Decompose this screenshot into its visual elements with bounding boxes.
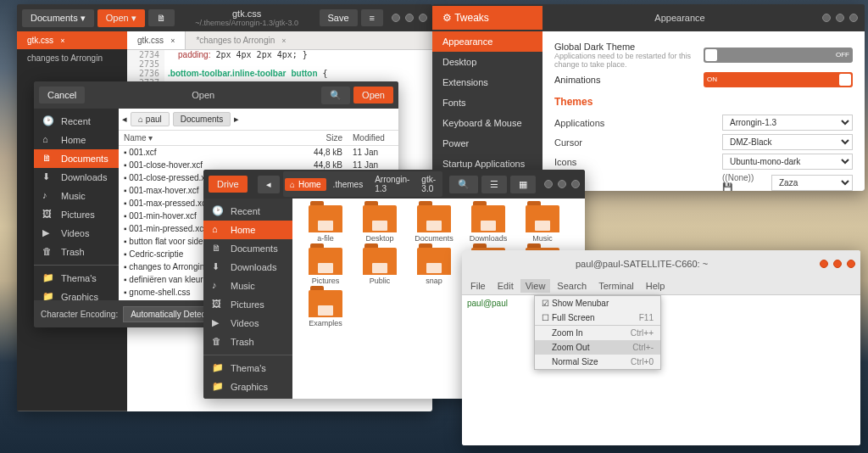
sidebar-item-documents[interactable]: 🗎Documents — [34, 149, 119, 168]
maximize-icon[interactable] — [405, 14, 414, 22]
sidebar-item-thema's[interactable]: 📁Thema's — [203, 359, 292, 378]
sidebar-item-recent[interactable]: 🕑Recent — [203, 202, 292, 221]
close-tab-icon[interactable]: × — [170, 36, 175, 45]
global-dark-toggle[interactable]: OFF — [704, 48, 853, 63]
sidebar-item-videos[interactable]: ▶Videos — [203, 314, 292, 333]
folder-pictures[interactable]: Pictures — [299, 248, 352, 285]
sidebar-item-thema's[interactable]: 📁Thema's — [34, 269, 119, 288]
sidebar-item-music[interactable]: ♪Music — [203, 277, 292, 295]
folder-public[interactable]: Public — [353, 248, 406, 285]
menu-terminal[interactable]: Terminal — [593, 279, 639, 293]
path-seg[interactable]: gtk-3.0 — [416, 173, 441, 195]
menu-zoom-in[interactable]: Zoom InCtrl++ — [535, 326, 660, 340]
animations-toggle[interactable]: ON — [704, 72, 853, 87]
nav-back-icon[interactable]: ◂ — [122, 114, 127, 125]
menu-file[interactable]: File — [465, 279, 491, 293]
file-row[interactable]: ▪ 001.xcf44,8 kB11 Jan — [119, 146, 398, 159]
sidebar-item-trash[interactable]: 🗑Trash — [203, 333, 292, 351]
tweaks-cat-appearance[interactable]: Appearance — [432, 31, 542, 52]
view-list-button[interactable]: ☰ — [481, 176, 507, 193]
view-grid-button[interactable]: ▦ — [510, 176, 536, 193]
terminal-body[interactable]: paul@paul ☑Show Menubar ☐Full ScreenF11 … — [462, 295, 860, 445]
close-icon[interactable] — [419, 14, 427, 22]
path-home[interactable]: ⌂ Home — [285, 178, 326, 191]
col-size[interactable]: Size — [297, 131, 348, 146]
close-icon[interactable] — [847, 260, 855, 268]
menu-normal-size[interactable]: Normal SizeCtrl+0 — [535, 355, 660, 369]
minimize-icon[interactable] — [820, 260, 828, 268]
sidebar-item-documents[interactable]: 🗎Documents — [203, 239, 292, 258]
folder-snap[interactable]: snap — [408, 248, 460, 285]
nav-fwd-icon[interactable]: ▸ — [234, 114, 239, 125]
col-name[interactable]: Name ▾ — [119, 131, 297, 146]
close-icon[interactable] — [571, 180, 580, 188]
tweaks-cat-fonts[interactable]: Fonts — [432, 92, 542, 113]
drive-button[interactable]: Drive — [209, 176, 248, 193]
shell-select[interactable]: Zaza — [771, 175, 853, 191]
sidebar-item-graphics[interactable]: 📁Graphics — [34, 288, 119, 300]
menu-search[interactable]: Search — [552, 279, 592, 293]
cancel-button[interactable]: Cancel — [39, 87, 85, 103]
sidebar-item-graphics[interactable]: 📁Graphics — [203, 378, 292, 396]
menu-show-menubar[interactable]: ☑Show Menubar — [535, 296, 660, 310]
maximize-icon[interactable] — [558, 180, 566, 188]
menu-zoom-out[interactable]: Zoom OutCtrl+- — [535, 340, 660, 355]
path-seg[interactable]: .themes — [328, 178, 369, 191]
editor-tab-gtk[interactable]: gtk.css× — [127, 31, 186, 49]
sidebar-item-ideas[interactable]: 📁Ideas — [203, 396, 292, 399]
sidebar-item-home[interactable]: ⌂Home — [34, 131, 119, 149]
folder-documents[interactable]: Documents — [408, 205, 460, 243]
save-button[interactable]: Save — [320, 9, 358, 26]
maximize-icon[interactable] — [836, 14, 844, 22]
menu-help[interactable]: Help — [641, 279, 670, 293]
sidebar-item-videos[interactable]: ▶Videos — [34, 224, 119, 243]
tweaks-cat-extensions[interactable]: Extensions — [432, 72, 542, 92]
sidebar-item-home[interactable]: ⌂Home — [203, 221, 292, 239]
crumb-documents[interactable]: Documents — [173, 112, 231, 126]
sidebar-item-recent[interactable]: 🕑Recent — [34, 112, 119, 131]
tweaks-cat-keyboard-mouse[interactable]: Keyboard & Mouse — [432, 113, 542, 133]
minimize-icon[interactable] — [544, 180, 553, 188]
sidebar-item-pictures[interactable]: 🖼Pictures — [203, 295, 292, 314]
search-button[interactable]: 🔍 — [321, 87, 350, 104]
folder-desktop[interactable]: Desktop — [353, 205, 406, 243]
path-seg[interactable]: Arrongin-1.3 — [370, 173, 415, 195]
minimize-icon[interactable] — [822, 14, 831, 22]
minimize-icon[interactable] — [392, 14, 400, 22]
applications-select[interactable]: Arrongin-1.3 — [722, 115, 853, 131]
hamburger-menu-button[interactable]: ≡ — [361, 9, 383, 26]
sidebar-item-music[interactable]: ♪Music — [34, 187, 119, 205]
tweaks-cat-desktop[interactable]: Desktop — [432, 52, 542, 72]
tweaks-cat-power[interactable]: Power — [432, 133, 542, 154]
search-button[interactable]: 🔍 — [449, 176, 478, 193]
documents-menu-button[interactable]: Documents ▾ — [22, 9, 94, 27]
crumb-home[interactable]: ⌂ paul — [131, 112, 170, 126]
maximize-icon[interactable] — [833, 260, 842, 268]
folder-examples[interactable]: Examples — [299, 290, 352, 327]
folder-music[interactable]: Music — [516, 205, 569, 243]
editor-tab-changes[interactable]: *changes to Arrongin× — [186, 31, 296, 49]
close-tab-icon[interactable]: × — [60, 36, 64, 45]
new-tab-button[interactable]: 🗎 — [148, 9, 175, 26]
tab-gtk-css[interactable]: gtk.css× — [17, 31, 127, 49]
cursor-label: Cursor — [554, 137, 715, 148]
menu-edit[interactable]: Edit — [492, 279, 519, 293]
sidebar-item-downloads[interactable]: ⬇Downloads — [34, 168, 119, 187]
folder-downloads[interactable]: Downloads — [462, 205, 515, 243]
close-tab-icon[interactable]: × — [281, 36, 286, 45]
menu-view[interactable]: View — [520, 279, 551, 293]
icons-select[interactable]: Ubuntu-mono-dark — [722, 154, 853, 170]
cursor-select[interactable]: DMZ-Black — [722, 134, 853, 150]
col-modified[interactable]: Modified — [348, 131, 398, 146]
tab-changes[interactable]: changes to Arrongin — [17, 49, 127, 67]
nav-back-button[interactable]: ◂ — [258, 176, 280, 193]
close-icon[interactable] — [849, 14, 858, 22]
trash-icon: 🗑 — [42, 246, 54, 258]
open-button[interactable]: Open ▾ — [97, 9, 145, 27]
open-confirm-button[interactable]: Open — [353, 87, 393, 103]
menu-full-screen[interactable]: ☐Full ScreenF11 — [535, 310, 660, 325]
sidebar-item-pictures[interactable]: 🖼Pictures — [34, 205, 119, 224]
sidebar-item-trash[interactable]: 🗑Trash — [34, 243, 119, 261]
sidebar-item-downloads[interactable]: ⬇Downloads — [203, 258, 292, 277]
folder-a-file[interactable]: a-file — [299, 205, 352, 243]
